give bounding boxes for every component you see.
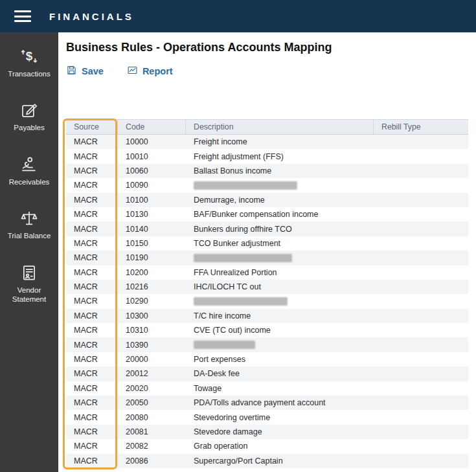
table-row[interactable]: MACR 10060 Ballast Bonus income xyxy=(66,164,468,178)
cell-description: Freight income xyxy=(186,135,374,149)
cell-description: T/C hire income xyxy=(186,309,374,323)
cell-code: 10300 xyxy=(118,309,186,323)
table-row[interactable]: MACR 10100 Demurrage, income xyxy=(66,193,468,207)
cell-rebill-type xyxy=(374,207,468,221)
table-row[interactable]: MACR 10130 BAF/Bunker compensation incom… xyxy=(66,207,468,221)
sidebar-item-trial-balance[interactable]: Trial Balance xyxy=(0,208,58,240)
page-title: Business Rules - Operations Accounts Map… xyxy=(66,41,468,54)
sidebar-item-label: Trial Balance xyxy=(8,231,51,240)
table-row[interactable]: MACR 10200 FFA Unrealized Portion xyxy=(66,265,468,280)
report-chart-icon xyxy=(127,65,138,78)
cell-source: MACR xyxy=(66,265,118,280)
table-row[interactable]: MACR 20082 Grab operation xyxy=(66,439,468,453)
cell-rebill-type xyxy=(374,352,468,366)
cell-description: FFA Unrealized Portion xyxy=(186,265,374,280)
cell-rebill-type xyxy=(374,294,468,308)
column-header-source[interactable]: Source xyxy=(66,120,118,134)
table-row[interactable]: MACR 10310 CVE (TC out) income xyxy=(66,323,468,337)
report-button[interactable]: Report xyxy=(127,65,173,78)
cell-rebill-type xyxy=(374,280,468,294)
cell-rebill-type xyxy=(374,135,468,149)
column-header-rebill-type[interactable]: Rebill Type xyxy=(374,120,468,134)
cell-rebill-type xyxy=(374,396,468,410)
table-row[interactable]: MACR 20050 PDA/Tolls advance payment acc… xyxy=(66,396,468,410)
cell-source: MACR xyxy=(66,193,118,207)
save-button[interactable]: Save xyxy=(66,65,104,78)
cell-source: MACR xyxy=(66,381,118,396)
report-button-label: Report xyxy=(142,66,173,76)
cell-source: MACR xyxy=(66,280,118,294)
cell-code: 20020 xyxy=(118,381,186,396)
cell-description xyxy=(186,251,374,265)
cell-description: Bunkers during offhire TCO xyxy=(186,221,374,236)
table-row[interactable]: MACR 10216 IHC/ILOCH TC out xyxy=(66,280,468,294)
cell-code: 20082 xyxy=(118,439,186,453)
cell-source: MACR xyxy=(66,366,118,381)
cell-description: TCO Bunker adjustment xyxy=(186,236,374,251)
cell-code: 10010 xyxy=(118,149,186,163)
column-header-code[interactable]: Code xyxy=(118,120,186,134)
cell-code: 20080 xyxy=(118,410,186,424)
cell-source: MACR xyxy=(66,425,118,439)
table-row[interactable]: MACR 10140 Bunkers during offhire TCO xyxy=(66,221,468,236)
table-row[interactable]: MACR 20000 Port expenses xyxy=(66,352,468,366)
cell-rebill-type xyxy=(374,366,468,381)
sidebar-item-vendor-statement[interactable]: Vendor Statement xyxy=(0,263,58,304)
cell-code: 20050 xyxy=(118,396,186,410)
trial-balance-icon xyxy=(19,208,39,228)
cell-code: 10390 xyxy=(118,337,186,352)
receivables-icon xyxy=(19,155,39,174)
table-row[interactable]: MACR 10150 TCO Bunker adjustment xyxy=(66,236,468,251)
cell-rebill-type xyxy=(374,164,468,178)
table-row[interactable]: MACR 10090 xyxy=(66,178,468,192)
table-header-row: Source Code Description Rebill Type xyxy=(66,119,468,135)
cell-source: MACR xyxy=(66,396,118,410)
sidebar-item-label: Receivables xyxy=(9,177,50,186)
cell-description: Supercargo/Port Captain xyxy=(186,454,374,468)
table-row[interactable]: MACR 20081 Stevedore damage xyxy=(66,425,468,439)
cell-rebill-type xyxy=(374,425,468,439)
cell-rebill-type xyxy=(374,236,468,251)
cell-source: MACR xyxy=(66,251,118,265)
cell-source: MACR xyxy=(66,178,118,192)
redacted-description xyxy=(194,181,297,190)
table-row[interactable]: MACR 10300 T/C hire income xyxy=(66,309,468,323)
sidebar-item-payables[interactable]: Payables xyxy=(0,100,58,132)
cell-rebill-type xyxy=(374,439,468,453)
sidebar-item-transactions[interactable]: $ Transactions xyxy=(0,47,58,78)
vendor-statement-icon xyxy=(19,263,39,282)
table-row[interactable]: MACR 10010 Freight adjustment (FFS) xyxy=(66,149,468,163)
accounts-mapping-table: Source Code Description Rebill Type MACR… xyxy=(66,119,468,468)
table-row[interactable]: MACR 20086 Supercargo/Port Captain xyxy=(66,454,468,468)
cell-source: MACR xyxy=(66,207,118,221)
cell-code: 10310 xyxy=(118,323,186,337)
cell-rebill-type xyxy=(374,323,468,337)
payables-icon xyxy=(19,100,39,120)
sidebar-item-receivables[interactable]: Receivables xyxy=(0,155,58,186)
table-row[interactable]: MACR 10000 Freight income xyxy=(66,135,468,149)
cell-description: Demurrage, income xyxy=(186,193,374,207)
cell-code: 10150 xyxy=(118,236,186,251)
top-app-bar: FINANCIALS xyxy=(0,0,476,32)
cell-source: MACR xyxy=(66,410,118,424)
cell-code: 20081 xyxy=(118,425,186,439)
table-row[interactable]: MACR 10290 xyxy=(66,294,468,308)
redacted-description xyxy=(194,341,255,349)
table-row[interactable]: MACR 20080 Stevedoring overtime xyxy=(66,410,468,424)
table-body: MACR 10000 Freight income MACR 10010 Fre… xyxy=(66,135,468,468)
table-row[interactable]: MACR 10390 xyxy=(66,337,468,352)
hamburger-menu-icon[interactable] xyxy=(14,10,31,22)
cell-rebill-type xyxy=(374,309,468,323)
save-button-label: Save xyxy=(82,66,104,76)
table-row[interactable]: MACR 20020 Towage xyxy=(66,381,468,396)
redacted-description xyxy=(194,297,288,306)
table-row[interactable]: MACR 20012 DA-Desk fee xyxy=(66,366,468,381)
main-content: Business Rules - Operations Accounts Map… xyxy=(58,32,476,472)
cell-code: 10060 xyxy=(118,164,186,178)
column-header-description[interactable]: Description xyxy=(186,120,374,134)
cell-description: Port expenses xyxy=(186,352,374,366)
cell-code: 10200 xyxy=(118,265,186,280)
cell-source: MACR xyxy=(66,164,118,178)
table-row[interactable]: MACR 10190 xyxy=(66,251,468,265)
cell-code: 20086 xyxy=(118,454,186,468)
